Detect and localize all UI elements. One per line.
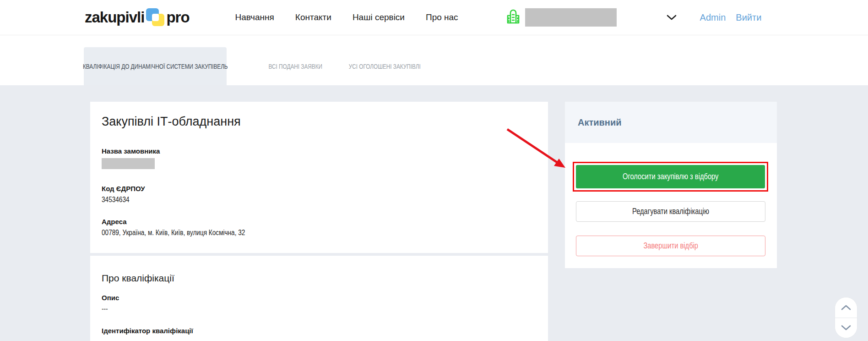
logo[interactable]: zakupivli pro (85, 7, 190, 28)
field-label-edrpou: Код ЄДРПОУ (102, 185, 537, 192)
description-text: --- (102, 305, 108, 313)
edit-qualification-label: Редагувати кваліфікацію (632, 207, 709, 216)
field-value-edrpou: 34534634 (102, 196, 537, 204)
logo-squares-icon (145, 7, 165, 28)
status-panel: Активний Оголосити закупівлю з відбору Р… (565, 102, 777, 268)
status-badge: Активний (578, 117, 622, 128)
field-label-qualification-id: Ідентифікатор кваліфікації (102, 327, 537, 335)
field-value-address: 00789, Україна, м. Київ, Київ, вулиця Ко… (102, 229, 537, 237)
logo-text-main: zakupivli (85, 9, 144, 26)
field-value-description: --- (102, 305, 537, 313)
field-edrpou: Код ЄДРПОУ 34534634 (102, 185, 537, 204)
field-label-customer-name: Назва замовника (102, 147, 537, 155)
field-address: Адреса 00789, Україна, м. Київ, Київ, ву… (102, 218, 537, 237)
status-panel-header: Активний (565, 102, 777, 143)
tab-strip: КВАЛІФІКАЦІЯ ДО ДИНАМІЧНОЇ СИСТЕМИ ЗАКУП… (0, 35, 868, 85)
chevron-down-icon (841, 325, 851, 330)
scroll-widget (835, 297, 857, 338)
nav-link-contacts[interactable]: Контакти (295, 12, 331, 22)
qualification-card: Закупівлі ІТ-обладнання Назва замовника … (90, 102, 548, 253)
field-qualification-id: Ідентифікатор кваліфікації (102, 327, 537, 335)
logo-text-suffix: pro (166, 9, 189, 26)
annotation-highlight-box: Оголосити закупівлю з відбору (573, 162, 768, 192)
logout-link[interactable]: Вийти (736, 12, 761, 23)
field-label-address: Адреса (102, 218, 537, 226)
about-qualification-card: Про кваліфікації Опис --- Ідентифікатор … (90, 256, 548, 341)
redacted-organization-name (525, 8, 617, 27)
main-nav: Навчання Контакти Наші сервіси Про нас (235, 12, 458, 22)
qualification-title: Закупівлі ІТ-обладнання (102, 115, 537, 129)
top-navigation-bar: zakupivli pro Навчання Контакти Наші сер… (0, 0, 868, 35)
field-customer-name: Назва замовника (102, 147, 537, 171)
field-label-description: Опис (102, 294, 537, 302)
chevron-up-icon (841, 305, 851, 310)
field-description: Опис --- (102, 294, 537, 313)
finish-selection-button[interactable]: Завершити відбір (576, 236, 765, 256)
chevron-down-icon[interactable] (666, 14, 677, 21)
announce-procurement-label: Оголосити закупівлю з відбору (623, 172, 719, 182)
tab-label: УСІ ОГОЛОШЕНІ ЗАКУПІВЛІ (349, 62, 421, 71)
scroll-up-button[interactable] (835, 297, 857, 318)
nav-link-training[interactable]: Навчання (235, 12, 274, 22)
tab-all-announced-procurements[interactable]: УСІ ОГОЛОШЕНІ ЗАКУПІВЛІ (323, 47, 446, 85)
edit-qualification-button[interactable]: Редагувати кваліфікацію (576, 201, 765, 222)
building-icon (505, 9, 521, 26)
edrpou-code: 34534634 (102, 196, 130, 204)
redacted-customer-name (102, 158, 155, 169)
announce-procurement-button[interactable]: Оголосити закупівлю з відбору (576, 165, 765, 188)
nav-link-about[interactable]: Про нас (426, 12, 458, 22)
about-section-heading: Про кваліфікації (102, 273, 537, 284)
scroll-down-button[interactable] (835, 318, 857, 338)
finish-selection-label: Завершити відбір (643, 241, 698, 251)
content-area: Закупівлі ІТ-обладнання Назва замовника … (0, 85, 868, 341)
tab-qualification-dynamic-system[interactable]: КВАЛІФІКАЦІЯ ДО ДИНАМІЧНОЇ СИСТЕМИ ЗАКУП… (84, 47, 227, 85)
admin-link[interactable]: Admin (700, 12, 726, 23)
organization-switcher[interactable] (505, 8, 617, 27)
address-text: 00789, Україна, м. Київ, Київ, вулиця Ко… (102, 229, 245, 237)
tab-label: КВАЛІФІКАЦІЯ ДО ДИНАМІЧНОЇ СИСТЕМИ ЗАКУП… (83, 62, 228, 71)
tab-label: ВСІ ПОДАНІ ЗАЯВКИ (268, 62, 322, 71)
nav-link-services[interactable]: Наші сервіси (353, 12, 405, 22)
